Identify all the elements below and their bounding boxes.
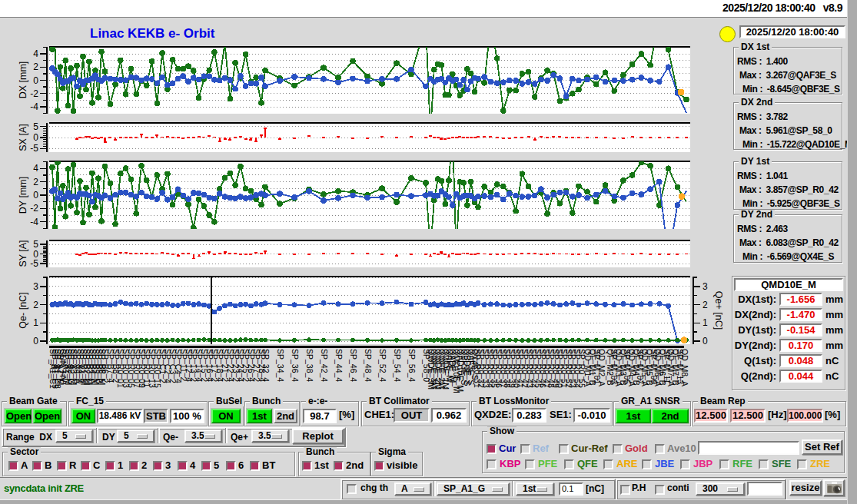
svg-text:3: 3 xyxy=(33,281,38,292)
svg-text:SP_54_4: SP_54_4 xyxy=(393,349,402,382)
svg-text:2: 2 xyxy=(703,300,708,310)
svg-text:SP_44_4: SP_44_4 xyxy=(334,349,344,382)
svg-text:DX [mm]: DX [mm] xyxy=(18,61,28,99)
svg-text:SX [A]: SX [A] xyxy=(18,124,28,151)
svg-text:2: 2 xyxy=(33,300,38,310)
svg-text:2: 2 xyxy=(33,177,38,187)
svg-text:SY [A]: SY [A] xyxy=(18,240,28,267)
svg-text:SP_48_4: SP_48_4 xyxy=(364,349,373,382)
svg-text:3: 3 xyxy=(703,281,708,292)
svg-text:5: 5 xyxy=(33,121,38,132)
svg-text:0: 0 xyxy=(33,336,38,346)
svg-text:2: 2 xyxy=(33,61,38,72)
svg-text:0: 0 xyxy=(33,75,38,86)
svg-text:-4: -4 xyxy=(30,101,38,112)
svg-text:Qe- [nC]: Qe- [nC] xyxy=(18,292,28,328)
svg-text:-5: -5 xyxy=(30,143,38,154)
svg-text:-2: -2 xyxy=(30,88,38,99)
svg-text:-5: -5 xyxy=(30,258,38,269)
svg-text:SP_46_4: SP_46_4 xyxy=(349,349,358,382)
svg-text:SP_42_4: SP_42_4 xyxy=(320,349,329,382)
svg-text:SP_34_4: SP_34_4 xyxy=(276,349,285,382)
svg-text:SP_52_4: SP_52_4 xyxy=(378,349,387,382)
svg-text:QD_M2_A: QD_M2_A xyxy=(597,349,606,386)
svg-text:SP_38_4: SP_38_4 xyxy=(305,349,314,382)
svg-text:1: 1 xyxy=(33,317,38,328)
svg-text:SP_36_4: SP_36_4 xyxy=(291,349,300,382)
svg-text:-2: -2 xyxy=(30,203,38,214)
svg-text:4: 4 xyxy=(33,48,38,59)
svg-text:1: 1 xyxy=(703,317,708,328)
svg-text:Qe+ [nC]: Qe+ [nC] xyxy=(713,291,722,330)
svg-text:0: 0 xyxy=(33,190,38,201)
svg-text:0: 0 xyxy=(33,132,38,143)
svg-text:QD_M8_A: QD_M8_A xyxy=(680,349,689,386)
svg-text:0: 0 xyxy=(703,336,708,346)
svg-text:DY [mm]: DY [mm] xyxy=(18,177,28,214)
svg-text:4: 4 xyxy=(33,163,38,174)
svg-text:-4: -4 xyxy=(30,217,38,227)
svg-text:SP_56_4: SP_56_4 xyxy=(407,349,417,382)
svg-text:SP_32_4: SP_32_4 xyxy=(261,349,271,382)
